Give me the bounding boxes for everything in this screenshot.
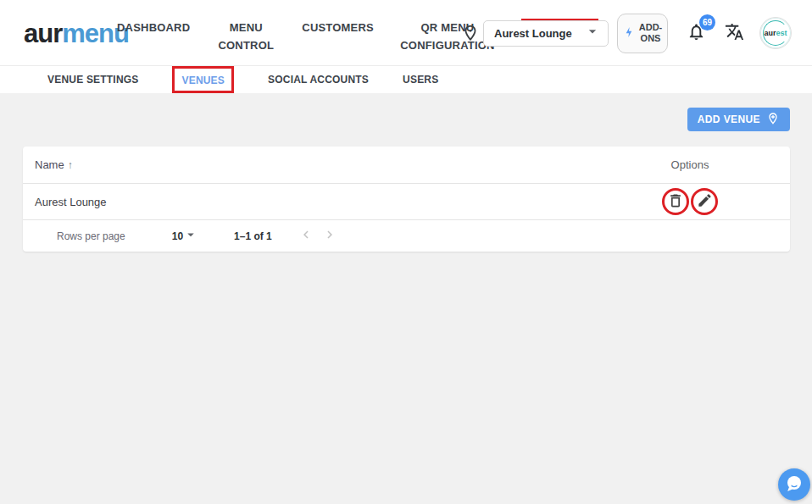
- edit-venue-button[interactable]: [692, 189, 717, 214]
- lightning-bolt-icon: [622, 25, 636, 42]
- sort-ascending-icon: ↑: [68, 159, 73, 171]
- location-pin-icon: [461, 24, 480, 42]
- annotation-venues-highlight: VENUES: [172, 66, 234, 93]
- annotation-edit-circle: [691, 188, 718, 215]
- subnav-item-venue-settings[interactable]: VENUE SETTINGS: [47, 74, 138, 86]
- add-ons-label: ADD-ONS: [638, 22, 664, 44]
- chevron-right-icon: [322, 227, 337, 245]
- bell-icon: [687, 30, 706, 44]
- add-venue-label: ADD VENUE: [698, 114, 760, 125]
- venue-select-dropdown[interactable]: Aurest Lounge: [483, 20, 609, 47]
- nav-item-customers[interactable]: CUSTOMERS: [302, 19, 374, 36]
- language-button[interactable]: [725, 22, 744, 45]
- rows-per-page-label: Rows per page: [57, 230, 125, 242]
- app-header: aurmenu DASHBOARD MENU CONTROL CUSTOMERS…: [0, 0, 812, 66]
- main-content: ADD VENUE Name ↑ Options Aurest Lounge: [0, 93, 812, 504]
- pagination-range-label: 1–1 of 1: [234, 230, 272, 242]
- column-header-name[interactable]: Name ↑: [23, 158, 629, 171]
- previous-page-button[interactable]: [294, 224, 318, 248]
- venue-options-cell: [629, 189, 790, 214]
- chevron-down-icon: [183, 227, 198, 245]
- translate-icon: [725, 30, 744, 44]
- avatar-text-suffix: est: [776, 29, 787, 37]
- chat-bubble-icon: [784, 474, 804, 496]
- nav-item-menu-control[interactable]: MENU CONTROL: [215, 19, 276, 54]
- chat-widget-button[interactable]: [778, 468, 810, 501]
- user-avatar[interactable]: aurest: [759, 17, 792, 49]
- notification-count-badge: 69: [699, 14, 715, 30]
- subnav-item-social-accounts[interactable]: SOCIAL ACCOUNTS: [268, 74, 369, 86]
- add-location-pin-icon: [766, 112, 780, 128]
- notifications-button[interactable]: 69: [687, 22, 706, 45]
- settings-subnav: VENUE SETTINGS VENUES SOCIAL ACCOUNTS US…: [0, 66, 812, 93]
- chevron-left-icon: [298, 227, 314, 245]
- add-ons-button[interactable]: ADD-ONS: [617, 14, 668, 53]
- venue-select-value: Aurest Lounge: [494, 27, 584, 40]
- venues-table-card: Name ↑ Options Aurest Lounge: [23, 147, 790, 252]
- annotation-delete-circle: [662, 188, 689, 215]
- rows-per-page-select[interactable]: 10: [172, 227, 198, 245]
- nav-item-dashboard[interactable]: DASHBOARD: [117, 19, 190, 36]
- table-pagination: Rows per page 10 1–1 of 1: [23, 220, 790, 252]
- subnav-item-venues[interactable]: VENUES: [181, 75, 225, 86]
- next-page-button[interactable]: [318, 224, 342, 248]
- rows-per-page-value: 10: [172, 230, 183, 242]
- venue-name-cell: Aurest Lounge: [23, 196, 629, 208]
- add-venue-button[interactable]: ADD VENUE: [687, 108, 790, 131]
- table-row: Aurest Lounge: [23, 184, 790, 220]
- header-right-cluster: Aurest Lounge ADD-ONS 69 aurest: [461, 0, 792, 66]
- options-column-label: Options: [671, 158, 709, 171]
- brand-logo[interactable]: aurmenu: [24, 19, 129, 49]
- avatar-text-prefix: aur: [764, 29, 776, 37]
- subnav-item-users[interactable]: USERS: [403, 74, 438, 86]
- chevron-down-icon: [584, 23, 601, 43]
- brand-logo-prefix: aur: [24, 19, 62, 48]
- venues-toolbar: ADD VENUE: [0, 93, 812, 147]
- name-column-label: Name: [35, 158, 64, 171]
- delete-venue-button[interactable]: [663, 189, 688, 214]
- table-header-row: Name ↑ Options: [23, 147, 790, 184]
- column-header-options: Options: [629, 158, 790, 171]
